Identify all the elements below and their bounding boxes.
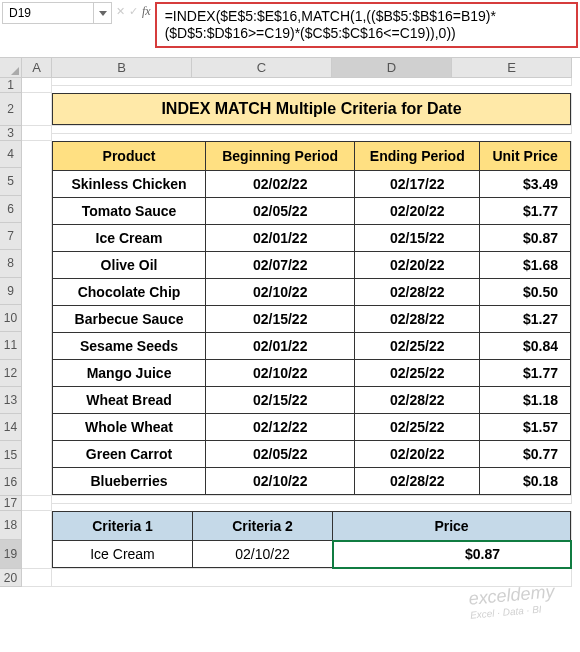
criteria1-value[interactable]: Ice Cream <box>53 541 193 568</box>
criteria-header-row: Criteria 1 Criteria 2 Price <box>53 512 571 541</box>
cell-end[interactable]: 02/28/22 <box>355 468 480 495</box>
cell-price[interactable]: $1.68 <box>480 252 571 279</box>
cell-begin[interactable]: 02/07/22 <box>206 252 355 279</box>
data-table-area[interactable]: Product Beginning Period Ending Period U… <box>52 141 572 496</box>
row-headers-18-19[interactable]: 18 19 <box>0 511 22 569</box>
cell-end[interactable]: 02/20/22 <box>355 198 480 225</box>
cell-price[interactable]: $0.77 <box>480 441 571 468</box>
cell-end[interactable]: 02/28/22 <box>355 387 480 414</box>
cell-end[interactable]: 02/25/22 <box>355 360 480 387</box>
criteria2-value[interactable]: 02/10/22 <box>193 541 333 568</box>
cell-begin[interactable]: 02/10/22 <box>206 279 355 306</box>
cell-begin[interactable]: 02/10/22 <box>206 468 355 495</box>
name-box-dropdown[interactable] <box>93 3 111 23</box>
cell-product[interactable]: Olive Oil <box>53 252 206 279</box>
cell-end[interactable]: 02/25/22 <box>355 333 480 360</box>
cell-product[interactable]: Chocolate Chip <box>53 279 206 306</box>
row-header-2[interactable]: 2 <box>0 93 22 126</box>
cell[interactable] <box>52 78 572 86</box>
cell-end[interactable]: 02/20/22 <box>355 441 480 468</box>
row-headers-4-16[interactable]: 4 5 6 7 8 9 10 11 12 13 14 15 16 <box>0 141 22 496</box>
col-header-e[interactable]: E <box>452 58 572 78</box>
row-header-3[interactable]: 3 <box>0 126 22 141</box>
cell[interactable] <box>52 126 572 134</box>
cell-product[interactable]: Barbecue Sauce <box>53 306 206 333</box>
cell-product[interactable]: Whole Wheat <box>53 414 206 441</box>
cell[interactable] <box>22 78 52 93</box>
cell-begin[interactable]: 02/12/22 <box>206 414 355 441</box>
cell-price[interactable]: $1.18 <box>480 387 571 414</box>
cell-begin[interactable]: 02/15/22 <box>206 306 355 333</box>
cell[interactable] <box>22 511 52 569</box>
formula-input[interactable]: =INDEX($E$5:$E$16,MATCH(1,(($B$5:$B$16=B… <box>155 2 578 48</box>
watermark: exceldemy Excel · Data · BI <box>468 581 557 620</box>
header-price[interactable]: Price <box>333 512 571 541</box>
enter-icon[interactable]: ✓ <box>129 5 138 18</box>
cell-price[interactable]: $0.84 <box>480 333 571 360</box>
data-table: Product Beginning Period Ending Period U… <box>52 141 571 495</box>
col-header-c[interactable]: C <box>192 58 332 78</box>
row-header-17[interactable]: 17 <box>0 496 22 511</box>
title-cell[interactable]: INDEX MATCH Multiple Criteria for Date <box>52 93 572 126</box>
cell-product[interactable]: Mango Juice <box>53 360 206 387</box>
cell-price[interactable]: $0.18 <box>480 468 571 495</box>
cell-begin[interactable]: 02/02/22 <box>206 171 355 198</box>
cell[interactable] <box>22 93 52 126</box>
cell-begin[interactable]: 02/01/22 <box>206 225 355 252</box>
table-row: Chocolate Chip 02/10/22 02/28/22 $0.50 <box>53 279 571 306</box>
cell-price[interactable]: $1.27 <box>480 306 571 333</box>
name-box[interactable]: D19 <box>2 2 112 24</box>
cell-end[interactable]: 02/25/22 <box>355 414 480 441</box>
cell-begin[interactable]: 02/10/22 <box>206 360 355 387</box>
cell-begin[interactable]: 02/01/22 <box>206 333 355 360</box>
header-product[interactable]: Product <box>53 142 206 171</box>
col-header-b[interactable]: B <box>52 58 192 78</box>
cell[interactable] <box>52 496 572 504</box>
cell-begin[interactable]: 02/15/22 <box>206 387 355 414</box>
col-header-d[interactable]: D <box>332 58 452 78</box>
cell-end[interactable]: 02/28/22 <box>355 306 480 333</box>
cell-product[interactable]: Skinless Chicken <box>53 171 206 198</box>
cell-begin[interactable]: 02/05/22 <box>206 441 355 468</box>
select-all-button[interactable] <box>0 58 22 78</box>
table-row: Mango Juice 02/10/22 02/25/22 $1.77 <box>53 360 571 387</box>
cell-product[interactable]: Wheat Bread <box>53 387 206 414</box>
header-end[interactable]: Ending Period <box>355 142 480 171</box>
cell-end[interactable]: 02/28/22 <box>355 279 480 306</box>
cell-end[interactable]: 02/17/22 <box>355 171 480 198</box>
cell-price[interactable]: $0.50 <box>480 279 571 306</box>
fx-icon[interactable]: fx <box>142 4 151 19</box>
cell[interactable] <box>22 569 52 587</box>
col-header-a[interactable]: A <box>22 58 52 78</box>
cell[interactable] <box>22 126 52 141</box>
cell-begin[interactable]: 02/05/22 <box>206 198 355 225</box>
table-row: Green Carrot 02/05/22 02/20/22 $0.77 <box>53 441 571 468</box>
cell-price[interactable]: $1.77 <box>480 198 571 225</box>
header-criteria2[interactable]: Criteria 2 <box>193 512 333 541</box>
header-criteria1[interactable]: Criteria 1 <box>53 512 193 541</box>
cell-product[interactable]: Sesame Seeds <box>53 333 206 360</box>
cell[interactable] <box>22 496 52 511</box>
cell-product[interactable]: Tomato Sauce <box>53 198 206 225</box>
cell-price[interactable]: $0.87 <box>480 225 571 252</box>
cell-end[interactable]: 02/20/22 <box>355 252 480 279</box>
cell-product[interactable]: Green Carrot <box>53 441 206 468</box>
cell-product[interactable]: Blueberries <box>53 468 206 495</box>
header-begin[interactable]: Beginning Period <box>206 142 355 171</box>
row-header-20[interactable]: 20 <box>0 569 22 587</box>
cell-price[interactable]: $1.57 <box>480 414 571 441</box>
table-row: Skinless Chicken 02/02/22 02/17/22 $3.49 <box>53 171 571 198</box>
cell[interactable] <box>52 569 572 587</box>
table-row: Wheat Bread 02/15/22 02/28/22 $1.18 <box>53 387 571 414</box>
cancel-icon[interactable]: ✕ <box>116 5 125 18</box>
header-price[interactable]: Unit Price <box>480 142 571 171</box>
spreadsheet-grid: A B C D E 1 2 INDEX MATCH Multiple Crite… <box>0 58 580 587</box>
row-header-1[interactable]: 1 <box>0 78 22 93</box>
cell-end[interactable]: 02/15/22 <box>355 225 480 252</box>
cell-product[interactable]: Ice Cream <box>53 225 206 252</box>
cell-price[interactable]: $1.77 <box>480 360 571 387</box>
price-result[interactable]: $0.87 <box>333 541 571 568</box>
cell-price[interactable]: $3.49 <box>480 171 571 198</box>
cell[interactable] <box>22 141 52 496</box>
criteria-table-area[interactable]: Criteria 1 Criteria 2 Price Ice Cream 02… <box>52 511 572 569</box>
